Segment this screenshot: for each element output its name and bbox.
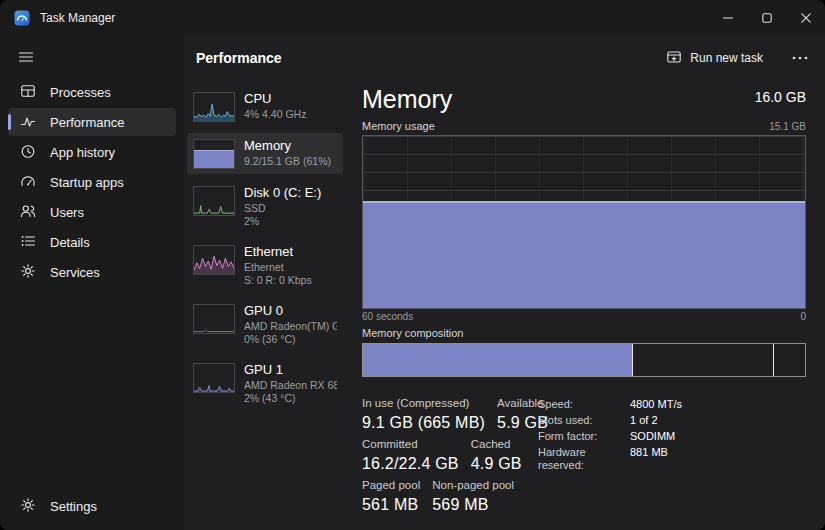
perf-item-cpu[interactable]: CPU 4% 4.40 GHz: [187, 86, 343, 127]
memory-usage-graph: [362, 135, 806, 309]
info-form-factor: Form factor: SODIMM: [538, 430, 682, 443]
close-button[interactable]: [786, 0, 825, 36]
ethernet-mini-graph: [193, 245, 235, 275]
stat-in-use: In use (Compressed) 9.1 GB (665 MB): [362, 397, 485, 432]
new-task-icon: [666, 49, 682, 68]
processes-icon: [20, 83, 36, 102]
run-new-task-button[interactable]: Run new task: [658, 45, 771, 72]
nav-label: App history: [50, 145, 115, 160]
perf-item-gpu0[interactable]: GPU 0 AMD Radeon(TM) Gr... 0% (36 °C): [187, 298, 343, 351]
info-speed: Speed: 4800 MT/s: [538, 398, 682, 411]
window-controls: [708, 0, 825, 36]
stat-cached: Cached 4.9 GB: [471, 438, 522, 473]
users-icon: [20, 203, 36, 222]
selection-indicator: [8, 114, 11, 130]
window-title: Task Manager: [40, 11, 115, 25]
perf-item-ethernet[interactable]: Ethernet Ethernet S: 0 R: 0 Kbps: [187, 239, 343, 292]
perf-item-memory[interactable]: Memory 9.2/15.1 GB (61%): [187, 133, 343, 174]
sidebar-item-performance[interactable]: Performance: [8, 108, 176, 136]
sidebar-item-startup-apps[interactable]: Startup apps: [8, 168, 176, 196]
maximize-button[interactable]: [747, 0, 786, 36]
settings-gear-icon: [20, 497, 36, 516]
memory-title: Memory: [362, 84, 452, 114]
run-new-task-label: Run new task: [690, 51, 763, 65]
perf-item-disk0[interactable]: Disk 0 (C: E:) SSD 2%: [187, 180, 343, 233]
list-icon: [20, 233, 36, 252]
perf-item-name: GPU 1: [244, 362, 337, 377]
memory-total: 16.0 GB: [755, 89, 806, 105]
ellipsis-icon: [792, 56, 808, 60]
time-axis-zero: 0: [800, 311, 806, 322]
nav-label: Settings: [50, 499, 97, 514]
perf-item-sub: 0% (36 °C): [244, 333, 337, 346]
stat-non-paged-pool: Non-paged pool 569 MB: [432, 479, 514, 514]
info-slots-used: Slots used: 1 of 2: [538, 414, 682, 427]
memory-usage-max: 15.1 GB: [769, 121, 806, 132]
perf-item-name: GPU 0: [244, 303, 337, 318]
perf-item-name: Memory: [244, 138, 337, 153]
hamburger-icon: [18, 49, 34, 65]
stat-paged-pool: Paged pool 561 MB: [362, 479, 420, 514]
sidebar-item-services[interactable]: Services: [8, 258, 176, 286]
clock-history-icon: [20, 143, 36, 162]
memory-detail-pane: Memory 16.0 GB Memory usage 15.1 GB 60 s…: [362, 84, 806, 520]
perf-item-sub: S: 0 R: 0 Kbps: [244, 274, 337, 287]
hamburger-menu-button[interactable]: [8, 42, 44, 72]
sidebar-item-users[interactable]: Users: [8, 198, 176, 226]
cpu-mini-graph: [193, 92, 235, 122]
page-title: Performance: [196, 50, 282, 66]
titlebar: Task Manager: [0, 0, 825, 36]
perf-item-sub: 2% (43 °C): [244, 392, 337, 405]
composition-in-use-segment: [363, 344, 633, 376]
nav-label: Processes: [50, 85, 111, 100]
perf-item-sub: 2%: [244, 215, 337, 228]
gpu0-mini-graph: [193, 304, 235, 334]
nav-label: Details: [50, 235, 90, 250]
content-area: Performance Run new task: [184, 36, 825, 530]
composition-standby-segment: [633, 344, 774, 376]
perf-item-sub: 4% 4.40 GHz: [244, 108, 337, 121]
perf-item-name: Disk 0 (C: E:): [244, 185, 337, 200]
gpu1-mini-graph: [193, 363, 235, 393]
perf-item-sub: 9.2/15.1 GB (61%): [244, 155, 337, 168]
sidebar-item-details[interactable]: Details: [8, 228, 176, 256]
info-hardware-reserved: Hardware reserved: 881 MB: [538, 446, 682, 472]
nav-label: Startup apps: [50, 175, 124, 190]
performance-list: CPU 4% 4.40 GHz Memory 9.2/15.1 GB (61%): [187, 86, 343, 416]
memory-composition-label: Memory composition: [362, 327, 806, 339]
minimize-button[interactable]: [708, 0, 747, 36]
disk-mini-graph: [193, 186, 235, 216]
navigation-sidebar: Processes Performance App history: [0, 36, 184, 530]
perf-item-sub: AMD Radeon(TM) Gr...: [244, 320, 337, 333]
perf-item-gpu1[interactable]: GPU 1 AMD Radeon RX 6800 2% (43 °C): [187, 357, 343, 410]
nav-label: Users: [50, 205, 84, 220]
perf-item-sub: SSD: [244, 202, 337, 215]
perf-item-name: CPU: [244, 91, 337, 106]
perf-item-name: Ethernet: [244, 244, 337, 259]
perf-item-sub: Ethernet: [244, 261, 337, 274]
sidebar-item-processes[interactable]: Processes: [8, 78, 176, 106]
nav-label: Performance: [50, 115, 124, 130]
more-options-button[interactable]: [785, 45, 815, 71]
task-manager-app-icon: [14, 10, 30, 26]
stat-committed: Committed 16.2/22.4 GB: [362, 438, 459, 473]
memory-hardware-info: Speed: 4800 MT/s Slots used: 1 of 2 Form…: [538, 398, 682, 475]
memory-composition-bar: [362, 343, 806, 377]
memory-mini-graph: [193, 139, 235, 169]
composition-free-segment: [774, 344, 805, 376]
sidebar-item-app-history[interactable]: App history: [8, 138, 176, 166]
sidebar-item-settings[interactable]: Settings: [8, 492, 176, 520]
task-manager-window: Task Manager: [0, 0, 825, 530]
gauge-icon: [20, 173, 36, 192]
perf-item-sub: AMD Radeon RX 6800: [244, 379, 337, 392]
performance-icon: [20, 113, 36, 132]
services-gear-icon: [20, 263, 36, 282]
memory-usage-fill: [363, 201, 805, 308]
nav-label: Services: [50, 265, 100, 280]
time-axis-label: 60 seconds: [362, 311, 413, 322]
content-header: Performance Run new task: [184, 36, 825, 80]
memory-usage-label: Memory usage: [362, 120, 435, 132]
